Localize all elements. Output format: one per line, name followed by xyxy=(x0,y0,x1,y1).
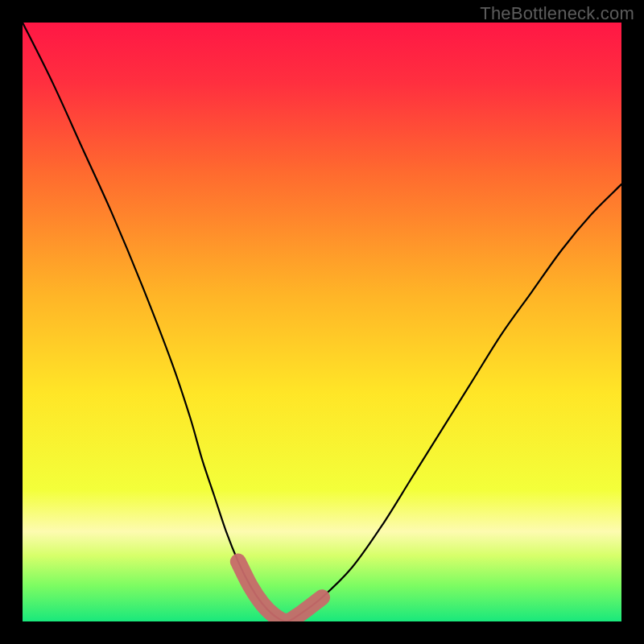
gradient-background xyxy=(23,23,621,621)
bottleneck-chart-svg xyxy=(23,23,621,621)
plot-area xyxy=(23,23,621,621)
watermark-text: TheBottleneck.com xyxy=(480,3,634,24)
chart-container: TheBottleneck.com xyxy=(0,0,644,644)
